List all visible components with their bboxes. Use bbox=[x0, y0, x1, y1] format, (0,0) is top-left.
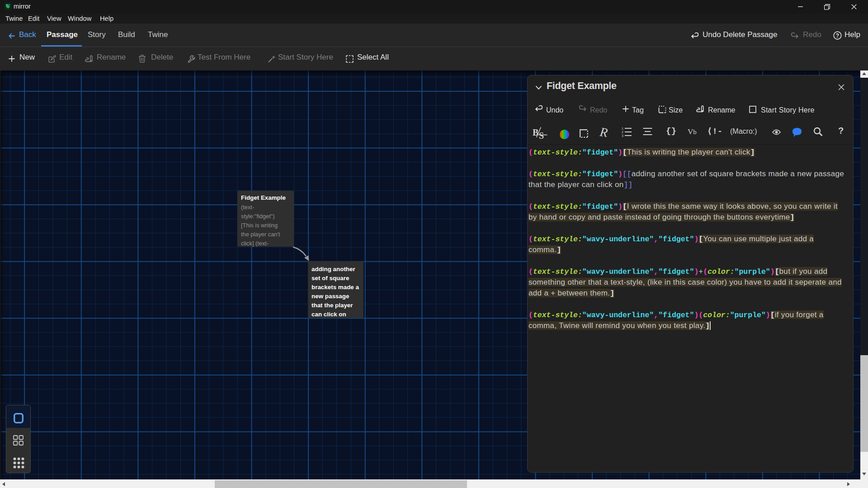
svg-text:1: 1 bbox=[622, 127, 623, 130]
svg-text:3: 3 bbox=[622, 134, 623, 137]
svg-text:2: 2 bbox=[622, 131, 623, 134]
svg-text:B: B bbox=[533, 127, 538, 137]
svg-text:?: ? bbox=[836, 33, 839, 39]
